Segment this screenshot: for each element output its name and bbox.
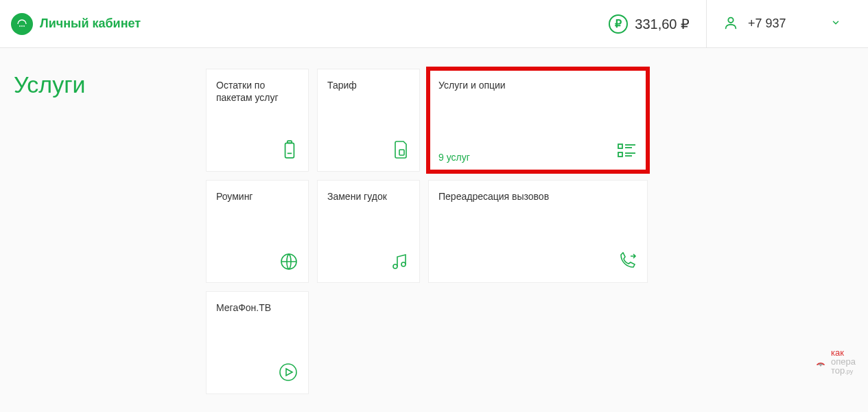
- card-subtitle: 9 услуг: [438, 152, 470, 163]
- services-grid: Остатки по пакетам услуг Тариф: [206, 69, 648, 394]
- svg-point-4: [728, 17, 733, 22]
- card-title: МегаФон.ТВ: [216, 301, 298, 314]
- watermark-line3: тор: [831, 365, 845, 376]
- globe-icon: [279, 252, 298, 274]
- svg-point-20: [820, 365, 821, 366]
- card-forwarding[interactable]: Переадресация вызовов: [428, 180, 648, 283]
- svg-marker-19: [286, 369, 292, 376]
- play-icon: [278, 362, 298, 385]
- card-title: Услуги и опции: [438, 79, 637, 91]
- svg-rect-8: [399, 150, 404, 155]
- svg-point-18: [280, 364, 296, 380]
- balance-value: 331,60 ₽: [635, 16, 690, 32]
- svg-point-17: [401, 262, 406, 266]
- card-services-options[interactable]: Услуги и опции 9 услуг: [428, 69, 648, 172]
- svg-rect-12: [618, 152, 622, 157]
- svg-rect-5: [285, 143, 294, 157]
- card-ringtone[interactable]: Замени гудок: [317, 180, 420, 283]
- svg-point-16: [393, 264, 397, 268]
- wifi-icon: [813, 354, 828, 370]
- content: Услуги Остатки по пакетам услуг Тариф: [0, 48, 868, 408]
- card-title: Роуминг: [216, 190, 298, 203]
- card-tariff[interactable]: Тариф: [317, 69, 420, 172]
- page-title: Услуги: [14, 69, 178, 394]
- phone-number: +7 937: [748, 16, 786, 31]
- card-title: Тариф: [327, 79, 410, 91]
- header-right: ₽ 331,60 ₽ +7 937: [592, 0, 857, 47]
- watermark-suffix: .ру: [845, 368, 853, 375]
- svg-rect-9: [618, 144, 622, 148]
- svg-point-2: [21, 25, 23, 27]
- phone-selector[interactable]: +7 937: [706, 0, 857, 47]
- logo-area[interactable]: Личный кабинет: [11, 13, 141, 35]
- card-roaming[interactable]: Роуминг: [206, 180, 309, 283]
- svg-rect-6: [288, 141, 292, 143]
- card-title: Переадресация вызовов: [438, 190, 637, 203]
- card-title: Остатки по пакетам услуг: [216, 79, 298, 104]
- card-tv[interactable]: МегаФон.ТВ: [206, 291, 309, 394]
- app-title: Личный кабинет: [40, 16, 141, 31]
- sim-icon: [393, 139, 410, 163]
- card-remains[interactable]: Остатки по пакетам услуг: [206, 69, 309, 172]
- header: Личный кабинет ₽ 331,60 ₽ +7 937: [0, 0, 868, 48]
- card-title: Замени гудок: [327, 190, 410, 203]
- watermark: как опера тор.ру: [813, 348, 856, 375]
- logo-icon: [11, 13, 33, 35]
- battery-icon: [281, 139, 298, 163]
- chevron-down-icon: [831, 18, 841, 30]
- list-icon: [617, 142, 637, 163]
- svg-point-3: [23, 25, 25, 27]
- ruble-icon: ₽: [609, 14, 628, 34]
- phone-forward-icon: [617, 252, 637, 274]
- balance-area[interactable]: ₽ 331,60 ₽: [592, 0, 706, 47]
- music-icon: [390, 252, 410, 274]
- user-icon: [723, 15, 738, 33]
- svg-point-1: [19, 25, 21, 27]
